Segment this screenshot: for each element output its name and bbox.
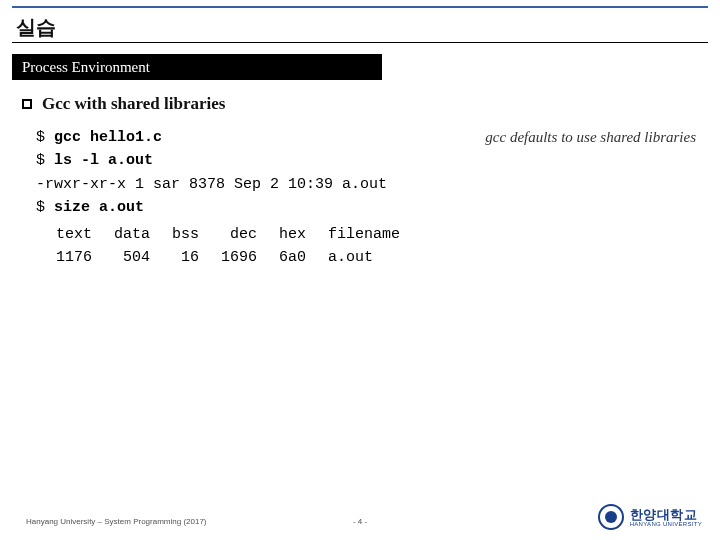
th-filename: filename [328,223,422,246]
footer-page-number: - 4 - [353,517,367,526]
logo-english: HANYANG UNIVERSITY [630,521,702,527]
cmd-size: size a.out [54,199,144,216]
cmd-ls: ls -l a.out [54,152,153,169]
td-data: 504 [114,246,172,269]
subheading: Gcc with shared libraries [22,94,225,114]
size-output-table: text data bss dec hex filename 1176 504 … [36,223,422,270]
prompt: $ [36,152,54,169]
th-dec: dec [221,223,279,246]
prompt: $ [36,199,54,216]
section-band: Process Environment [12,54,382,80]
terminal-line-3: -rwxr-xr-x 1 sar 8378 Sep 2 10:39 a.out [36,173,696,196]
university-seal-icon [598,504,624,530]
terminal-line-2: $ ls -l a.out [36,149,696,172]
footer-left: Hanyang University – System Programming … [26,517,207,526]
square-bullet-icon [22,99,32,109]
cmd-gcc: gcc hello1.c [54,129,162,146]
title-underline [12,42,708,43]
table-row: 1176 504 16 1696 6a0 a.out [36,246,422,269]
logo-text-block: 한양대학교 HANYANG UNIVERSITY [630,508,702,527]
terminal-note: gcc defaults to use shared libraries [485,126,696,149]
td-text: 1176 [36,246,114,269]
th-data: data [114,223,172,246]
table-row: text data bss dec hex filename [36,223,422,246]
slide-title: 실습 [16,14,56,41]
seal-inner-icon [605,511,617,523]
footer: Hanyang University – System Programming … [0,504,720,526]
subheading-text: Gcc with shared libraries [42,94,225,113]
footer-logo: 한양대학교 HANYANG UNIVERSITY [598,504,702,530]
td-hex: 6a0 [279,246,328,269]
td-filename: a.out [328,246,422,269]
logo-korean: 한양대학교 [630,508,702,521]
th-bss: bss [172,223,221,246]
top-rule [12,6,708,8]
terminal-line-4: $ size a.out [36,196,696,219]
td-dec: 1696 [221,246,279,269]
th-text: text [36,223,114,246]
terminal-block: gcc defaults to use shared libraries $ g… [36,126,696,270]
td-bss: 16 [172,246,221,269]
prompt: $ [36,129,54,146]
th-hex: hex [279,223,328,246]
